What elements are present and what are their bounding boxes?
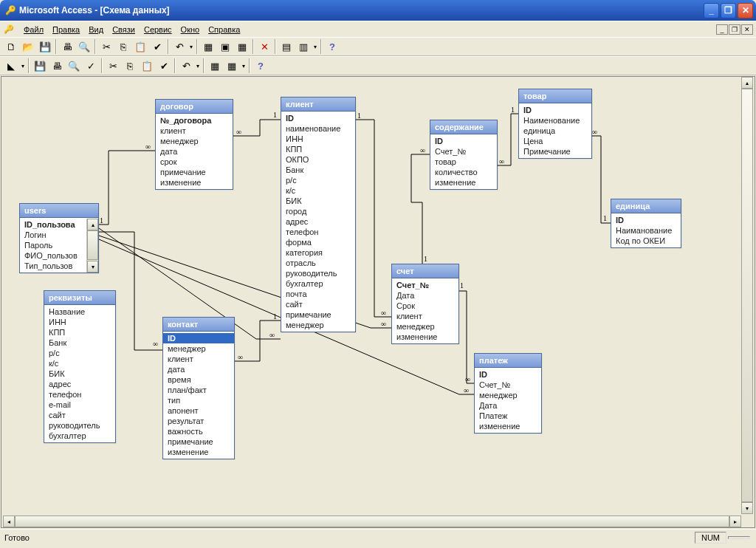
field[interactable]: клиент: [392, 311, 458, 321]
field[interactable]: телефон: [281, 227, 355, 237]
field[interactable]: Банк: [44, 338, 115, 348]
cut2-icon[interactable]: ✂: [105, 58, 121, 74]
field[interactable]: изменение: [163, 447, 234, 457]
field[interactable]: апонент: [163, 405, 234, 416]
field[interactable]: товар: [430, 157, 497, 167]
field[interactable]: №_договора: [156, 115, 233, 126]
menu-window[interactable]: Окно: [176, 24, 205, 35]
field[interactable]: изменение: [392, 332, 458, 342]
field[interactable]: Срок: [392, 301, 458, 311]
help-icon[interactable]: ?: [324, 38, 340, 55]
field[interactable]: срок: [156, 157, 233, 167]
field[interactable]: почта: [281, 289, 355, 299]
design-dropdown[interactable]: ▾: [20, 63, 26, 69]
table-header[interactable]: users: [20, 204, 98, 218]
field[interactable]: количество: [430, 167, 497, 177]
field[interactable]: примечание: [281, 309, 355, 320]
paste2-icon[interactable]: 📋: [139, 58, 155, 74]
field[interactable]: менеджер: [156, 136, 233, 146]
field[interactable]: ОКПО: [281, 154, 355, 165]
undo2-dropdown[interactable]: ▾: [195, 63, 201, 69]
field[interactable]: ID: [281, 113, 355, 123]
canvas-scrollbar-h[interactable]: ◂ ▸: [3, 516, 741, 527]
field[interactable]: важность: [163, 426, 234, 436]
table-edinica[interactable]: единицаIDНаиманованиеКод по ОКЕИ: [611, 199, 681, 248]
design-icon[interactable]: ◣: [3, 58, 19, 74]
field[interactable]: бухгалтер: [44, 431, 115, 441]
table-soderzhanie[interactable]: содержаниеIDСчет_№товарколичествоизменен…: [430, 120, 498, 190]
table-rekvizity[interactable]: реквизитыНазваниеИННКППБанкр/ск/сБИКадре…: [44, 290, 116, 443]
field[interactable]: сайт: [281, 299, 355, 309]
table-header[interactable]: единица: [611, 199, 681, 213]
db-window-icon[interactable]: ▤: [278, 38, 295, 55]
table-scrollbar[interactable]: ▴▾: [86, 219, 98, 273]
copy-icon[interactable]: ⎘: [115, 38, 131, 55]
mdi-restore[interactable]: ❐: [729, 24, 740, 35]
field[interactable]: ID: [430, 136, 497, 146]
table-kontakt[interactable]: контактIDменеджерклиентдатавремяплан/фак…: [162, 317, 235, 459]
field[interactable]: к/с: [281, 185, 355, 196]
field[interactable]: клиент: [156, 126, 233, 136]
rel-icon[interactable]: ▦: [207, 58, 223, 74]
undo-dropdown[interactable]: ▾: [188, 44, 194, 50]
field[interactable]: время: [163, 374, 234, 385]
field[interactable]: Дата: [475, 400, 541, 411]
table-header[interactable]: контакт: [163, 318, 234, 332]
field[interactable]: адрес: [281, 216, 355, 227]
field[interactable]: ИНН: [281, 134, 355, 144]
field[interactable]: форма: [281, 237, 355, 247]
delete-icon[interactable]: ✕: [256, 38, 272, 55]
field[interactable]: ID: [611, 215, 681, 225]
field[interactable]: дата: [163, 364, 234, 374]
field[interactable]: ID: [163, 333, 234, 343]
format-icon[interactable]: ✔: [149, 38, 165, 55]
field[interactable]: менеджер: [392, 321, 458, 332]
field[interactable]: ФИО_пользов: [20, 250, 86, 261]
field[interactable]: e-mail: [44, 400, 115, 410]
field[interactable]: руководитель: [281, 268, 355, 278]
mdi-close[interactable]: ✕: [741, 24, 753, 35]
save2-icon[interactable]: 💾: [32, 58, 48, 74]
field[interactable]: Цена: [519, 136, 591, 146]
rel2-dropdown[interactable]: ▾: [241, 63, 247, 69]
field[interactable]: Логин: [20, 230, 86, 240]
show-table-icon[interactable]: ▦: [200, 38, 216, 55]
canvas-scrollbar-v[interactable]: ▴ ▾: [741, 77, 753, 516]
field[interactable]: категория: [281, 247, 355, 258]
field[interactable]: БИК: [281, 196, 355, 206]
table-klient[interactable]: клиентIDнаименованиеИННКППОКПОБанкр/ск/с…: [281, 97, 356, 332]
field[interactable]: менеджер: [475, 390, 541, 400]
table-dogovor[interactable]: договор№_договораклиентменеджердатасрокп…: [155, 99, 233, 190]
table-header[interactable]: договор: [156, 100, 233, 114]
field[interactable]: дата: [156, 146, 233, 157]
field[interactable]: р/с: [44, 348, 115, 358]
field[interactable]: наименование: [281, 123, 355, 134]
field[interactable]: изменение: [430, 177, 497, 188]
field[interactable]: КПП: [281, 144, 355, 154]
field[interactable]: изменение: [475, 421, 541, 431]
field[interactable]: КПП: [44, 327, 115, 338]
table-header[interactable]: счет: [392, 264, 458, 278]
table-tovar[interactable]: товарIDНаименованиеединицаЦенаПримечание: [518, 89, 592, 159]
field[interactable]: тип: [163, 395, 234, 405]
field[interactable]: бухгалтер: [281, 278, 355, 289]
new-icon[interactable]: 🗋: [3, 38, 19, 55]
table-platezh[interactable]: платежIDСчет_№менеджерДатаПлатежизменени…: [474, 353, 542, 434]
field[interactable]: результат: [163, 416, 234, 426]
undo2-icon[interactable]: ↶: [178, 58, 194, 74]
field[interactable]: Наименование: [519, 115, 591, 126]
table-schet[interactable]: счетСчет_№ДатаСрокклиентменеджеризменени…: [391, 264, 459, 344]
menu-relations[interactable]: Связи: [108, 24, 140, 35]
field[interactable]: к/с: [44, 358, 115, 369]
show-all-icon[interactable]: ▦: [234, 38, 250, 55]
spell-icon[interactable]: ✓: [83, 58, 99, 74]
print-icon[interactable]: 🖶: [59, 38, 75, 55]
minimize-button[interactable]: _: [704, 3, 719, 18]
menu-help[interactable]: Справка: [204, 24, 244, 35]
new-object-icon[interactable]: ▥: [295, 38, 312, 55]
field[interactable]: ID: [519, 105, 591, 115]
field[interactable]: план/факт: [163, 385, 234, 395]
field[interactable]: ID_пользова: [20, 219, 86, 230]
field[interactable]: руководитель: [44, 420, 115, 431]
cut-icon[interactable]: ✂: [98, 38, 114, 55]
